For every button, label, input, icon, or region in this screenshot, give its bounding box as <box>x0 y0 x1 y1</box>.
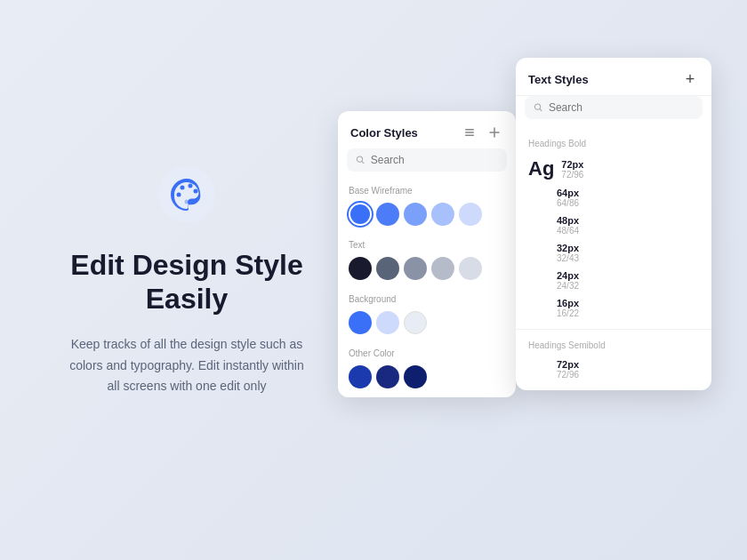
main-container: Edit Design Style Easily Keep tracks of … <box>0 0 747 560</box>
panels-area: Color Styles <box>338 58 711 502</box>
color-dot[interactable] <box>376 311 399 334</box>
add-text-style-button[interactable]: + <box>681 70 699 88</box>
color-dot[interactable] <box>404 257 427 280</box>
ag-preview: Ag <box>528 157 554 180</box>
style-size: 32px <box>557 243 579 253</box>
text-style-row[interactable]: 72px 72/96 <box>516 356 711 383</box>
style-meta: 48px 48/64 <box>557 215 579 236</box>
text-style-row[interactable]: 64px 64/86 <box>516 184 711 212</box>
headings-bold-group-title: Headings Bold <box>516 135 711 154</box>
base-wireframe-title: Base Wireframe <box>349 186 505 196</box>
color-dot[interactable] <box>376 365 399 388</box>
color-dot[interactable] <box>404 365 427 388</box>
svg-point-4 <box>189 183 193 188</box>
color-dot[interactable] <box>349 365 372 388</box>
text-style-row[interactable]: 32px 32/43 <box>516 239 711 267</box>
background-colors-section: Background <box>338 289 516 343</box>
svg-rect-7 <box>465 129 474 131</box>
style-detail: 16/22 <box>557 308 579 318</box>
base-wireframe-colors <box>349 203 505 226</box>
palette-icon <box>155 163 219 227</box>
style-meta: 64px 64/86 <box>557 188 579 208</box>
text-style-row[interactable]: 16px 16/22 <box>516 294 711 322</box>
style-size: 24px <box>557 270 579 281</box>
color-styles-panel: Color Styles <box>338 111 516 397</box>
style-detail: 32/43 <box>557 253 579 263</box>
svg-point-6 <box>185 199 189 204</box>
style-size: 64px <box>557 188 579 198</box>
color-panel-header: Color Styles <box>338 111 516 148</box>
divider <box>516 329 711 330</box>
text-panel-title: Text Styles <box>528 73 589 86</box>
color-search-bar[interactable] <box>347 148 507 172</box>
svg-point-3 <box>181 185 185 189</box>
style-detail: 64/86 <box>557 198 579 208</box>
color-dot[interactable] <box>404 203 427 226</box>
background-colors <box>349 311 505 334</box>
text-styles-panel: Text Styles + Headings Bold Ag 72px 72/9… <box>516 58 711 390</box>
color-dot[interactable] <box>349 203 372 226</box>
style-meta: 24px 24/32 <box>557 270 579 291</box>
text-style-row[interactable]: 24px 24/32 <box>516 267 711 294</box>
other-colors <box>349 365 505 388</box>
text-panel-header: Text Styles + <box>516 58 711 96</box>
style-detail: 48/64 <box>557 226 579 236</box>
main-title: Edit Design Style Easily <box>53 248 320 316</box>
color-panel-header-icons <box>461 124 503 141</box>
color-dot[interactable] <box>376 257 399 280</box>
add-color-button[interactable] <box>486 124 503 141</box>
color-search-input[interactable] <box>371 154 498 166</box>
text-styles-list: Headings Bold Ag 72px 72/96 64px 64/86 <box>516 128 711 390</box>
text-style-row[interactable]: 48px 48/64 <box>516 212 711 239</box>
style-size: 72px <box>557 359 579 370</box>
text-style-row[interactable]: Ag 72px 72/96 <box>516 154 711 184</box>
color-search-icon <box>356 155 365 165</box>
svg-point-5 <box>194 188 198 193</box>
style-meta: 72px 72/96 <box>557 359 579 380</box>
text-colors-title: Text <box>349 240 505 250</box>
color-dot[interactable] <box>431 203 454 226</box>
background-colors-title: Background <box>349 294 505 304</box>
svg-rect-8 <box>465 132 474 133</box>
list-icon[interactable] <box>461 124 478 141</box>
text-colors-section: Text <box>338 235 516 289</box>
color-dot[interactable] <box>459 203 482 226</box>
color-dot[interactable] <box>349 311 372 334</box>
style-meta: 72px 72/96 <box>561 159 583 180</box>
color-dot[interactable] <box>459 257 482 280</box>
color-dot[interactable] <box>349 257 372 280</box>
svg-point-11 <box>534 104 540 109</box>
style-detail: 24/32 <box>557 281 579 291</box>
color-dot[interactable] <box>431 257 454 280</box>
text-search-icon <box>534 102 543 113</box>
style-detail: 72/96 <box>561 170 583 180</box>
style-meta: 16px 16/22 <box>557 298 579 318</box>
style-size: 16px <box>557 298 579 308</box>
style-size: 48px <box>557 215 579 226</box>
main-description: Keep tracks of all the design style such… <box>67 334 307 397</box>
color-panel-title: Color Styles <box>350 126 418 140</box>
text-colors <box>349 257 505 280</box>
left-content: Edit Design Style Easily Keep tracks of … <box>36 145 338 415</box>
base-wireframe-section: Base Wireframe <box>338 180 516 235</box>
style-detail: 72/96 <box>557 370 579 380</box>
text-search-input[interactable] <box>549 101 694 114</box>
style-size: 72px <box>561 159 583 170</box>
style-meta: 32px 32/43 <box>557 243 579 263</box>
other-colors-section: Other Color <box>338 343 516 397</box>
color-dot[interactable] <box>404 311 427 334</box>
svg-point-2 <box>177 192 181 196</box>
text-search-bar[interactable] <box>525 96 703 119</box>
headings-semibold-group-title: Headings Semibold <box>516 337 711 356</box>
color-dot[interactable] <box>376 203 399 226</box>
other-colors-title: Other Color <box>349 348 505 358</box>
svg-point-10 <box>357 156 362 162</box>
svg-point-1 <box>158 166 215 223</box>
svg-rect-9 <box>465 135 474 137</box>
